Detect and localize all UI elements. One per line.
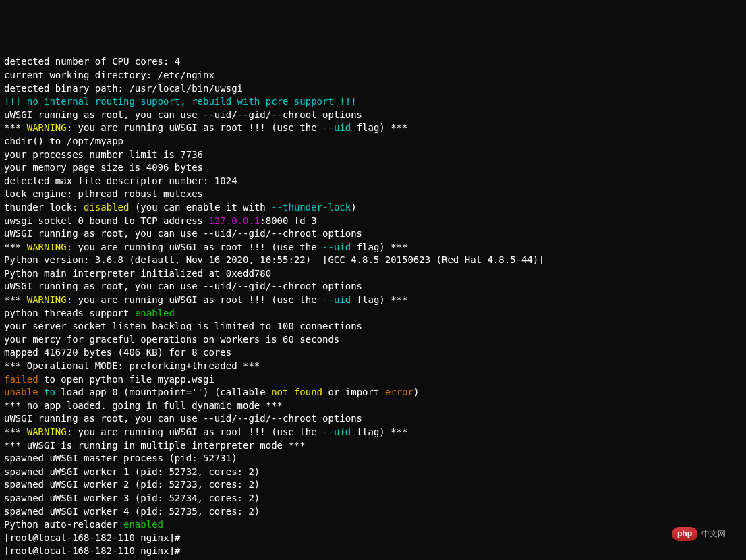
line: chdir() to /opt/myapp [4, 136, 123, 146]
line: : you are running uWSGI as root !!! (use… [67, 122, 322, 133]
line-routing-warning: !!! no internal routing support, rebuild… [4, 96, 357, 107]
uid-flag: --uid [322, 426, 351, 437]
line: detected max file descriptor number: 102… [4, 175, 237, 186]
line: : you are running uWSGI as root !!! (use… [67, 294, 322, 305]
line: :8000 fd 3 [260, 215, 316, 226]
failed-word: failed [4, 374, 38, 385]
enabled-word: enabled [123, 519, 163, 530]
warning-word: WARNING [27, 242, 67, 252]
not-word: not [271, 387, 288, 397]
line: ) [351, 202, 356, 213]
line: *** uWSGI is running in multiple interpr… [4, 440, 306, 451]
line: (you can enable it with [129, 202, 271, 213]
uid-flag: --uid [322, 242, 351, 252]
line: uwsgi socket 0 bound to TCP address [4, 215, 208, 226]
line: uWSGI running as root, you can use --uid… [4, 109, 362, 120]
unable-word: unable [4, 387, 38, 397]
line: current working directory: /etc/nginx [4, 69, 214, 80]
shell-prompt: [root@local-168-182-110 nginx]# [4, 545, 186, 556]
line: *** no app loaded. going in full dynamic… [4, 400, 283, 411]
line [38, 387, 44, 397]
line: your memory page size is 4096 bytes [4, 162, 203, 173]
line: uWSGI running as root, you can use --uid… [4, 228, 362, 239]
uid-flag: --uid [322, 122, 351, 133]
line: your mercy for graceful operations on wo… [4, 334, 339, 345]
disabled-word: disabled [84, 202, 129, 213]
line: spawned uWSGI worker 4 (pid: 52735, core… [4, 506, 260, 517]
found-word: found [294, 387, 322, 397]
line: *** [4, 122, 27, 133]
warning-word: WARNING [27, 294, 67, 305]
line: *** [4, 294, 27, 305]
line [288, 387, 293, 397]
line: : you are running uWSGI as root !!! (use… [67, 426, 322, 437]
ip-address: 127.0.0.1 [208, 215, 260, 226]
uid-flag: --uid [322, 294, 351, 305]
line: load app 0 (mountpoint='') (callable [55, 387, 271, 397]
error-word: error [385, 387, 413, 397]
line: uWSGI running as root, you can use --uid… [4, 281, 362, 291]
shell-prompt: [root@local-168-182-110 nginx]# [4, 532, 186, 543]
line: your processes number limit is 7736 [4, 149, 203, 160]
line: ) [413, 387, 419, 397]
line: spawned uWSGI worker 2 (pid: 52733, core… [4, 479, 260, 490]
line: or import [322, 387, 385, 397]
to-word: to [44, 387, 55, 397]
terminal-output[interactable]: detected number of CPU cores: 4 current … [4, 55, 742, 560]
line: spawned uWSGI worker 3 (pid: 52734, core… [4, 493, 260, 503]
line: thunder lock: [4, 202, 84, 213]
line: detected number of CPU cores: 4 [4, 56, 180, 67]
line: your server socket listen backlog is lim… [4, 320, 362, 331]
line: uWSGI running as root, you can use --uid… [4, 413, 362, 424]
thunder-lock-flag: --thunder-lock [271, 202, 351, 213]
line: Python auto-reloader [4, 519, 123, 530]
line: *** [4, 426, 27, 437]
logo-text: 中文网 [701, 528, 726, 540]
warning-word: WARNING [27, 426, 67, 437]
line: Python main interpreter initialized at 0… [4, 268, 271, 279]
line: lock engine: pthread robust mutexes [4, 188, 203, 199]
line: mapped 416720 bytes (406 KB) for 8 cores [4, 347, 231, 358]
watermark-logo: php 中文网 [672, 527, 726, 541]
line: detected binary path: /usr/local/bin/uws… [4, 83, 243, 94]
line: spawned uWSGI worker 1 (pid: 52732, core… [4, 466, 260, 477]
line: flag) *** [351, 426, 407, 437]
php-logo-icon: php [672, 527, 697, 541]
line: *** Operational MODE: preforking+threade… [4, 360, 260, 371]
line: flag) *** [351, 242, 407, 252]
line: flag) *** [351, 122, 407, 133]
line: flag) *** [351, 294, 407, 305]
warning-word: WARNING [27, 122, 67, 133]
line: python threads support [4, 308, 135, 318]
line: spawned uWSGI master process (pid: 52731… [4, 453, 237, 464]
line: Python version: 3.6.8 (default, Nov 16 2… [4, 254, 544, 265]
enabled-word: enabled [135, 308, 175, 318]
line: to open python file myapp.wsgi [38, 374, 214, 385]
line: : you are running uWSGI as root !!! (use… [67, 242, 322, 252]
line: *** [4, 242, 27, 252]
